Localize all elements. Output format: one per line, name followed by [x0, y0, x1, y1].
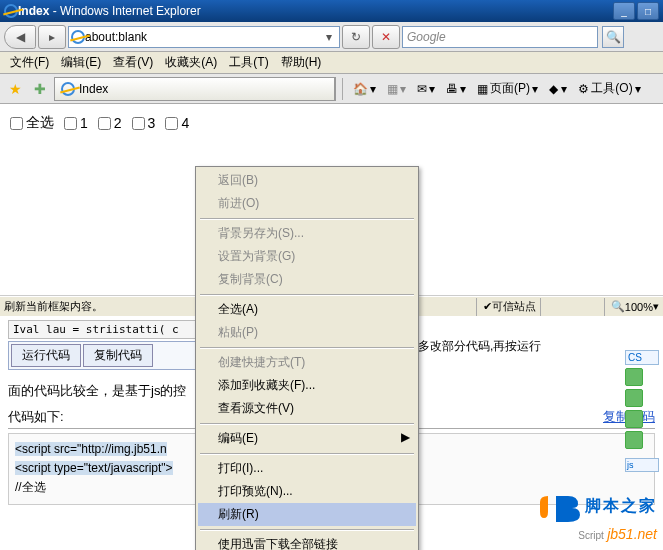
logo-domain: jb51.net	[607, 526, 657, 542]
print-button[interactable]: 🖶 ▾	[442, 78, 470, 100]
ctx-back: 返回(B)	[198, 169, 416, 192]
ctx-sep	[200, 529, 414, 530]
ie-icon	[4, 4, 18, 18]
code-header-label: 代码如下:	[8, 408, 64, 426]
search-box[interactable]	[402, 26, 598, 48]
badge-2[interactable]	[625, 389, 643, 407]
add-favorite-icon[interactable]: ✚	[29, 78, 51, 100]
refresh-button[interactable]: ↻	[342, 25, 370, 49]
js-badge[interactable]: js	[625, 458, 659, 472]
ctx-copy-bg: 复制背景(C)	[198, 268, 416, 291]
run-code-button[interactable]: 运行代码	[11, 344, 81, 367]
page-icon	[71, 30, 85, 44]
badge-3[interactable]	[625, 410, 643, 428]
hint-text: 多改部分代码,再按运行	[418, 320, 541, 355]
ctx-add-to-favorites[interactable]: 添加到收藏夹(F)...	[198, 374, 416, 397]
home-button[interactable]: 🏠 ▾	[349, 78, 380, 100]
ctx-thunder-download-all[interactable]: 使用迅雷下载全部链接	[198, 533, 416, 550]
checkbox-1[interactable]: 1	[64, 115, 88, 131]
favorites-icon[interactable]: ★	[4, 78, 26, 100]
copy-code-button[interactable]: 复制代码	[83, 344, 153, 367]
trusted-zone[interactable]: ✔ 可信站点	[476, 298, 536, 316]
badge-1[interactable]	[625, 368, 643, 386]
safety-button[interactable]: ◆ ▾	[545, 78, 571, 100]
ctx-forward: 前进(O)	[198, 192, 416, 215]
ctx-paste: 粘贴(P)	[198, 321, 416, 344]
page-menu-button[interactable]: ▦ 页面(P) ▾	[473, 78, 542, 100]
ctx-sep	[200, 423, 414, 424]
address-bar[interactable]: ▾	[68, 26, 340, 48]
logo-script: Script	[578, 530, 604, 541]
context-menu: 返回(B) 前进(O) 背景另存为(S)... 设置为背景(G) 复制背景(C)…	[195, 166, 419, 550]
zoom-control[interactable]: 🔍 100% ▾	[604, 298, 659, 316]
select-all-input[interactable]	[10, 117, 23, 130]
ctx-save-bg-as: 背景另存为(S)...	[198, 222, 416, 245]
window-title: Index - Windows Internet Explorer	[18, 4, 201, 18]
menu-help[interactable]: 帮助(H)	[275, 52, 328, 73]
url-input[interactable]	[85, 30, 321, 44]
minimize-button[interactable]: _	[613, 2, 635, 20]
badge-4[interactable]	[625, 431, 643, 449]
url-dropdown-icon[interactable]: ▾	[321, 30, 337, 44]
menu-tools[interactable]: 工具(T)	[223, 52, 274, 73]
back-button[interactable]: ◀	[4, 25, 36, 49]
ctx-create-shortcut: 创建快捷方式(T)	[198, 351, 416, 374]
side-badges: CS js	[625, 350, 659, 472]
search-input[interactable]	[407, 30, 593, 44]
checkbox-2[interactable]: 2	[98, 115, 122, 131]
tab-label: Index	[79, 82, 108, 96]
select-all-checkbox[interactable]: 全选	[10, 114, 54, 132]
submenu-arrow-icon: ▶	[401, 430, 410, 444]
stop-button[interactable]: ✕	[372, 25, 400, 49]
logo-icon	[538, 490, 582, 526]
ctx-print[interactable]: 打印(I)...	[198, 457, 416, 480]
feeds-button[interactable]: ▦ ▾	[383, 78, 410, 100]
tab-page-icon	[61, 82, 75, 96]
logo-name: 脚本之家	[585, 497, 657, 514]
checkbox-4[interactable]: 4	[165, 115, 189, 131]
status-spacer	[540, 298, 600, 316]
menu-file[interactable]: 文件(F)	[4, 52, 55, 73]
menu-bar: 文件(F) 编辑(E) 查看(V) 收藏夹(A) 工具(T) 帮助(H)	[0, 52, 663, 74]
ctx-view-source[interactable]: 查看源文件(V)	[198, 397, 416, 420]
maximize-button[interactable]: □	[637, 2, 659, 20]
navigation-bar: ◀ ▸ ▾ ↻ ✕ 🔍	[0, 22, 663, 52]
css-badge[interactable]: CS	[625, 350, 659, 365]
forward-button[interactable]: ▸	[38, 25, 66, 49]
search-button[interactable]: 🔍	[602, 26, 624, 48]
menu-edit[interactable]: 编辑(E)	[55, 52, 107, 73]
ctx-set-as-bg: 设置为背景(G)	[198, 245, 416, 268]
ctx-sep	[200, 294, 414, 295]
tools-menu-button[interactable]: ⚙ 工具(O) ▾	[574, 78, 644, 100]
ctx-encoding[interactable]: 编码(E)▶	[198, 427, 416, 450]
status-text: 刷新当前框架内容。	[4, 299, 103, 314]
menu-favorites[interactable]: 收藏夹(A)	[159, 52, 223, 73]
tab-index[interactable]: Index	[55, 78, 335, 100]
read-mail-button[interactable]: ✉ ▾	[413, 78, 439, 100]
ctx-sep	[200, 347, 414, 348]
window-titlebar: Index - Windows Internet Explorer _ □	[0, 0, 663, 22]
site-logo: 脚本之家 Script jb51.net	[538, 490, 657, 542]
tab-bar: Index	[54, 77, 336, 101]
ctx-print-preview[interactable]: 打印预览(N)...	[198, 480, 416, 503]
toolbar: ★ ✚ Index 🏠 ▾ ▦ ▾ ✉ ▾ 🖶 ▾ ▦ 页面(P) ▾ ◆ ▾ …	[0, 74, 663, 104]
ctx-select-all[interactable]: 全选(A)	[198, 298, 416, 321]
checkbox-3[interactable]: 3	[132, 115, 156, 131]
ctx-sep	[200, 218, 414, 219]
ctx-sep	[200, 453, 414, 454]
toolbar-separator	[342, 78, 343, 100]
checkbox-row: 全选 1 2 3 4	[10, 114, 653, 132]
menu-view[interactable]: 查看(V)	[107, 52, 159, 73]
ctx-refresh[interactable]: 刷新(R)	[198, 503, 416, 526]
